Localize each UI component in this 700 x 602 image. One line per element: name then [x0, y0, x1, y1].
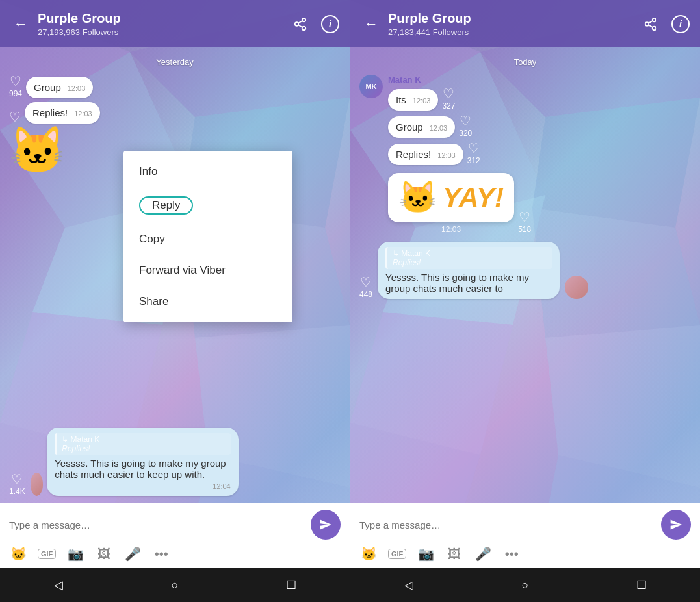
replies-right-row: Replies! 12:03 ♡ 312	[359, 142, 691, 165]
like-area-yay[interactable]: ♡ 518	[518, 211, 531, 234]
yay-text: YAY!	[443, 182, 504, 213]
bubble-replies-content: Replies! 12:03	[32, 107, 92, 118]
gif-button-left[interactable]: GIF	[38, 549, 56, 559]
like-area-group-right[interactable]: ♡ 320	[459, 114, 472, 138]
nav-back-right[interactable]: ◁	[396, 572, 422, 598]
group-right-row: Group 12:03 ♡ 320	[359, 114, 691, 138]
reply-quote-name: ↳ Matan K	[62, 435, 99, 444]
menu-item-copy[interactable]: Copy	[123, 224, 292, 255]
left-chat-area: Yesterday ♡ 994 Group 12:03 ♡	[0, 47, 350, 568]
left-toolbar: 🐱 GIF 📷 🖼 🎤 •••	[9, 545, 341, 563]
menu-item-info[interactable]: Info	[123, 156, 292, 187]
sticker-bear-left: 🐱	[9, 127, 66, 173]
back-button-right[interactable]: ←	[361, 16, 382, 33]
right-nav-bar: ◁ ○ ☐	[350, 568, 700, 602]
yay-sticker-container: 🐱 YAY! 12:03	[388, 173, 514, 234]
bubble-its: Its 12:03	[388, 89, 438, 111]
right-chat-area: Today MK Matan K Its 12:03 ♡	[350, 47, 700, 568]
bubble-group-time: 12:03	[68, 85, 86, 92]
left-input-area: 🐱 GIF 📷 🖼 🎤 •••	[0, 503, 350, 568]
left-input-row	[9, 510, 341, 540]
menu-item-reply[interactable]: Reply	[123, 187, 292, 224]
bubble-group: Group 12:03	[26, 77, 93, 98]
more-icon-right[interactable]: •••	[502, 545, 521, 563]
outgoing-bubble-right: ↳ Matan K Replies! Yessss. This is going…	[378, 242, 560, 299]
left-header: ← Purple Group 27,193,963 Followers i	[0, 0, 350, 47]
menu-item-share[interactable]: Share	[123, 286, 292, 317]
left-message-input[interactable]	[9, 519, 305, 530]
bear-emoji-right: 🐱	[398, 179, 437, 216]
emoji-icon-left[interactable]: 🐱	[9, 545, 27, 563]
nav-home-right[interactable]: ○	[512, 572, 538, 598]
info-icon-left[interactable]: i	[321, 15, 339, 33]
like-area-replies-right[interactable]: ♡ 312	[467, 142, 480, 165]
bubble-group-right: Group 12:03	[388, 116, 455, 138]
audio-icon-left[interactable]: 🎤	[123, 545, 142, 563]
date-divider-left: Yesterday	[9, 53, 341, 71]
matan-avatar: MK	[359, 75, 383, 98]
gif-button-right[interactable]: GIF	[388, 549, 406, 559]
bubble-group-content: Group 12:03	[34, 82, 85, 93]
nav-recents-left[interactable]: ☐	[278, 572, 304, 598]
matan-its-row: Its 12:03 ♡ 327	[388, 87, 455, 111]
matan-name: Matan K	[388, 75, 455, 85]
svg-line-13	[298, 25, 302, 27]
like-count-1: 994	[9, 89, 22, 98]
avatar-female-right	[565, 276, 588, 299]
share-icon-right[interactable]	[642, 15, 660, 33]
right-messages: Today MK Matan K Its 12:03 ♡	[350, 47, 700, 503]
emoji-icon-right[interactable]: 🐱	[359, 545, 378, 563]
heart-icon-1: ♡	[10, 75, 21, 88]
audio-icon-right[interactable]: 🎤	[474, 545, 492, 563]
group-subtitle-right: 27,183,441 Followers	[388, 27, 635, 37]
left-send-button[interactable]	[311, 510, 341, 540]
left-panel: ← Purple Group 27,193,963 Followers i Ye…	[0, 0, 350, 602]
right-panel: ← Purple Group 27,183,441 Followers i To…	[350, 0, 700, 602]
more-icon-left[interactable]: •••	[152, 545, 170, 563]
right-input-row	[359, 510, 691, 540]
outgoing-text-right: Yessss. This is going to make my group c…	[385, 272, 552, 294]
image-icon-right[interactable]: 🖼	[445, 545, 463, 563]
like-area-its[interactable]: ♡ 327	[442, 87, 455, 111]
nav-home-left[interactable]: ○	[162, 572, 188, 598]
like-area-1[interactable]: ♡ 994	[9, 75, 22, 98]
outgoing-time-left: 12:04	[55, 480, 230, 491]
yay-sticker: 🐱 YAY!	[388, 173, 514, 222]
back-button[interactable]: ←	[10, 16, 31, 33]
svg-line-28	[649, 25, 653, 27]
context-menu: Info Reply Copy Forward via Viber Share	[123, 151, 292, 322]
svg-point-10	[302, 18, 306, 21]
image-icon-left[interactable]: 🖼	[95, 545, 113, 563]
like-area-2[interactable]: ♡	[9, 111, 21, 124]
right-send-button[interactable]	[661, 510, 691, 540]
nav-back-left[interactable]: ◁	[45, 572, 71, 598]
svg-point-26	[645, 22, 649, 26]
matan-messages: Matan K Its 12:03 ♡ 327	[388, 75, 455, 111]
outgoing-row-right: ♡ 448 ↳ Matan K Replies! Yessss. This is…	[359, 242, 691, 299]
group-title-right: Purple Group	[388, 11, 635, 26]
bubble-replies: Replies! 12:03	[25, 102, 100, 124]
outgoing-bubble-row: ↳ Matan K Replies! Yessss. This is going…	[31, 428, 239, 496]
right-header: ← Purple Group 27,183,441 Followers i	[350, 0, 700, 47]
nav-recents-right[interactable]: ☐	[629, 572, 655, 598]
date-divider-right: Today	[359, 53, 691, 71]
header-info-right: Purple Group 27,183,441 Followers	[388, 11, 635, 37]
reply-quote-right: ↳ Matan K Replies!	[385, 247, 552, 269]
svg-point-12	[302, 27, 306, 30]
outgoing-bubble-left: ↳ Matan K Replies! Yessss. This is going…	[47, 428, 238, 496]
camera-icon-right[interactable]: 📷	[417, 545, 435, 563]
share-icon-left[interactable]	[291, 15, 309, 33]
bubble-replies-text: Replies!	[32, 107, 68, 118]
like-area-outgoing[interactable]: ♡ 1.4K	[9, 473, 25, 496]
right-message-input[interactable]	[359, 519, 656, 530]
info-icon-right[interactable]: i	[671, 15, 690, 33]
message-row-replies: ♡ Replies! 12:03	[9, 102, 341, 124]
yay-sticker-row: 🐱 YAY! 12:03 ♡ 518	[359, 173, 691, 234]
right-toolbar: 🐱 GIF 📷 🖼 🎤 •••	[359, 545, 691, 563]
outgoing-bubble-wrapper: ↳ Matan K Replies! Yessss. This is going…	[31, 428, 239, 496]
like-area-outgoing-right[interactable]: ♡ 448	[359, 276, 372, 299]
menu-item-forward[interactable]: Forward via Viber	[123, 255, 292, 286]
its-text: Its	[396, 94, 406, 105]
camera-icon-left[interactable]: 📷	[66, 545, 84, 563]
heart-icon-2: ♡	[9, 111, 21, 124]
